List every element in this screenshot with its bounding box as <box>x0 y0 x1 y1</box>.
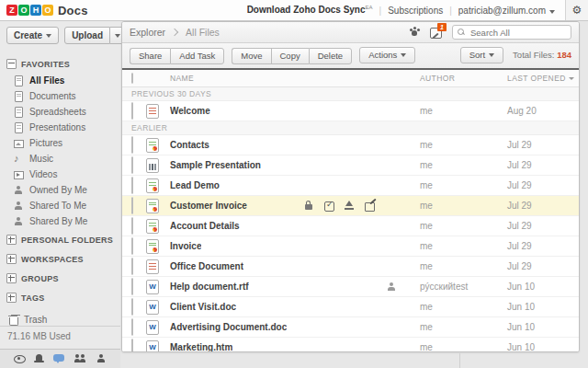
breadcrumb-root[interactable]: Explorer <box>130 27 165 38</box>
task-icon[interactable] <box>323 201 335 212</box>
file-name[interactable]: Customer Invoice <box>170 201 247 211</box>
music-icon <box>13 154 24 165</box>
row-checkbox[interactable] <box>131 197 133 214</box>
sidebar-item-music[interactable]: Music <box>0 151 120 167</box>
separator: | <box>379 6 382 16</box>
file-row[interactable]: Help document.rtfрýсскийtestJun 10 <box>122 277 579 297</box>
favorites-section-header[interactable]: FAVORITES <box>0 55 120 73</box>
sidebar-item-presentations[interactable]: Presentations <box>0 120 120 135</box>
notifications-button[interactable]: 1 <box>430 27 444 39</box>
file-row[interactable]: InvoicemeJul 29 <box>122 236 579 257</box>
upload-icon[interactable] <box>344 201 356 212</box>
top-header: ZOHO Docs Download Zoho Docs SyncEA | Su… <box>0 0 588 21</box>
add-task-button[interactable]: Add Task <box>170 48 224 63</box>
sidebar-item-spreadsheets[interactable]: Spreadsheets <box>0 104 120 120</box>
row-checkbox[interactable] <box>131 102 133 120</box>
account-menu[interactable]: patriciab@zillum.com <box>458 6 555 16</box>
file-name[interactable]: Invoice <box>170 241 201 251</box>
file-row[interactable]: Office DocumentmeJul 29 <box>122 257 579 277</box>
row-checkbox[interactable] <box>131 156 133 174</box>
shared-user-icon <box>387 282 396 292</box>
move-button[interactable]: Move <box>232 48 270 63</box>
sidebar-item-pictures[interactable]: Pictures <box>0 135 120 151</box>
sidebar-section-workspaces[interactable]: WORKSPACES <box>0 250 120 268</box>
create-button[interactable]: Create <box>6 27 59 44</box>
file-row[interactable]: Account DetailsmeJul 29 <box>122 216 579 236</box>
bell-icon[interactable] <box>33 353 46 364</box>
row-checkbox[interactable] <box>131 298 133 316</box>
sheet-file-icon <box>146 199 159 213</box>
settings-button[interactable]: ⚙ <box>565 0 588 20</box>
shared-to-me-icon <box>13 201 24 212</box>
people-icon[interactable] <box>74 353 87 364</box>
file-name[interactable]: Lead Demo <box>170 180 220 190</box>
file-name[interactable]: Welcome <box>170 106 210 116</box>
file-row[interactable]: WelcomemeAug 20 <box>122 101 579 121</box>
row-checkbox[interactable] <box>131 136 133 154</box>
subscriptions-link[interactable]: Subscriptions <box>388 6 443 16</box>
sidebar-item-shared-to-me[interactable]: Shared To Me <box>0 198 120 213</box>
sidebar-item-shared-by-me[interactable]: Shared By Me <box>0 213 120 229</box>
search-box <box>452 25 571 40</box>
file-row[interactable]: Customer InvoicemeJul 29 <box>122 196 579 216</box>
delete-button[interactable]: Delete <box>309 48 352 63</box>
column-last-opened[interactable]: LAST OPENED <box>507 74 579 83</box>
file-row[interactable]: Client Visit.docmeJun 10 <box>122 297 579 317</box>
sidebar-section-personal-folders[interactable]: PERSONAL FOLDERS <box>0 231 120 248</box>
sidebar-section-tags[interactable]: TAGS <box>0 289 120 306</box>
file-name[interactable]: Client Visit.doc <box>170 302 236 312</box>
file-row[interactable]: Advertising Document.docmeJun 10 <box>122 317 579 338</box>
search-input[interactable] <box>469 27 566 39</box>
actions-button[interactable]: Actions <box>359 47 415 63</box>
file-row[interactable]: Marketing.htmmeJun 10 <box>122 338 579 352</box>
file-name[interactable]: Office Document <box>170 261 243 271</box>
row-checkbox[interactable] <box>131 217 133 235</box>
row-checkbox[interactable] <box>131 237 133 255</box>
file-name[interactable]: Help document.rtf <box>170 282 249 292</box>
person-icon[interactable] <box>95 353 107 364</box>
file-row[interactable]: Sample PresentationmeJul 29 <box>122 155 579 176</box>
lock-icon[interactable] <box>303 201 315 212</box>
row-checkbox[interactable] <box>131 258 133 275</box>
pictures-icon <box>13 138 24 149</box>
file-name[interactable]: Contacts <box>170 140 209 150</box>
file-list: PREVIOUS 30 DAYSWelcomemeAug 20EARLIERCo… <box>122 87 579 352</box>
sidebar-item-videos[interactable]: Videos <box>0 167 120 182</box>
sidebar-item-documents[interactable]: Documents <box>0 88 120 104</box>
row-checkbox[interactable] <box>131 177 133 194</box>
column-name[interactable]: NAME <box>170 74 420 83</box>
row-checkbox[interactable] <box>131 278 133 295</box>
sidebar-item-all-files[interactable]: All Files <box>0 73 120 88</box>
edit-icon[interactable] <box>364 201 376 212</box>
notification-badge: 1 <box>437 23 447 31</box>
search-icon <box>458 29 465 36</box>
row-checkbox[interactable] <box>131 339 133 353</box>
file-last-opened: Jul 29 <box>507 201 579 211</box>
share-button[interactable]: Share <box>130 48 170 63</box>
file-name[interactable]: Advertising Document.doc <box>170 322 287 332</box>
file-row[interactable]: Lead DemomeJul 29 <box>122 176 579 196</box>
eye-icon[interactable] <box>13 353 26 364</box>
button-group: MoveCopyDelete <box>232 48 352 63</box>
product-name: Docs <box>58 4 88 17</box>
sidebar-section-groups[interactable]: GROUPS <box>0 270 120 287</box>
storage-used: 71.16 MB Used <box>0 326 120 345</box>
breadcrumb-current: All Files <box>186 27 220 38</box>
sort-button[interactable]: Sort <box>460 47 503 63</box>
upload-button[interactable]: Upload <box>64 27 110 44</box>
sidebar-sections: PERSONAL FOLDERSWORKSPACESGROUPSTAGS <box>0 231 120 306</box>
sidebar-footer-bar <box>0 349 120 368</box>
file-row[interactable]: ContactsmeJul 29 <box>122 135 579 155</box>
file-last-opened: Jul 29 <box>507 241 579 251</box>
paw-icon[interactable] <box>409 27 422 38</box>
column-author[interactable]: AUTHOR <box>420 74 507 83</box>
file-name[interactable]: Marketing.htm <box>170 342 232 352</box>
sidebar-item-owned-by-me[interactable]: Owned By Me <box>0 182 120 198</box>
file-name[interactable]: Account Details <box>170 221 240 231</box>
copy-button[interactable]: Copy <box>271 48 309 63</box>
row-checkbox[interactable] <box>131 318 133 336</box>
select-all-checkbox[interactable] <box>131 73 133 84</box>
chat-icon[interactable] <box>53 353 66 364</box>
file-name[interactable]: Sample Presentation <box>170 160 261 170</box>
download-sync-link[interactable]: Download Zoho Docs SyncEA <box>247 5 373 15</box>
